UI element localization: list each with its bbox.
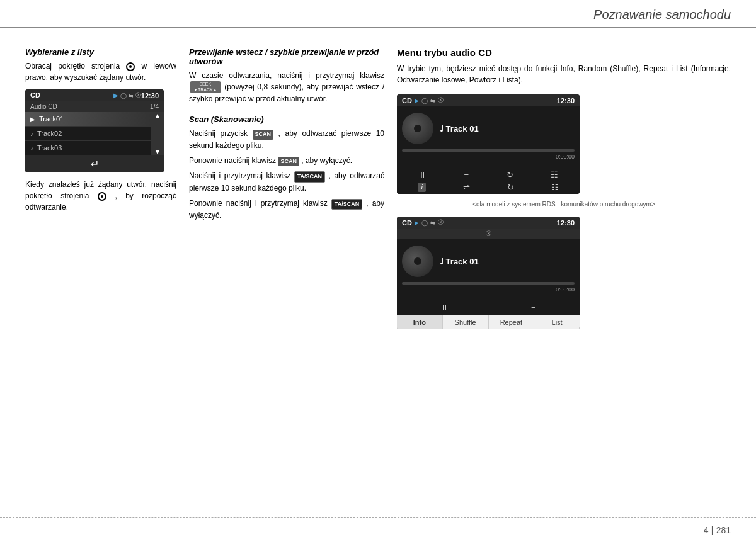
cd-scrollbar: ▲ ▼ — [151, 112, 164, 155]
cd-controls2: ⏸ − — [397, 299, 580, 315]
left-para1: Obracaj pokrętło strojenia w lewo/w praw… — [25, 60, 176, 83]
circle-icon: ◯ — [120, 93, 127, 99]
middle-para5: Ponownie naciśnij i przytrzymaj klawisz … — [189, 198, 384, 222]
menu-item-repeat[interactable]: Repeat — [489, 315, 535, 329]
cd-track-info1: ♩ Track 01 — [440, 124, 575, 133]
cd-menu-bar: Info Shuffle Repeat List — [397, 315, 580, 329]
list-button[interactable]: ☷ — [551, 170, 558, 179]
bluetooth-icon: ▶ — [113, 92, 118, 99]
page-footer: 4 | 281 — [0, 517, 756, 542]
cd-player-screen2-header: CD ▶ ◯ ⇆ Ⓧ 12:30 — [397, 217, 580, 229]
list-item[interactable]: ♪ Track03 — [25, 141, 151, 155]
cd-time: 12:30 — [141, 92, 159, 99]
cd-player-header-left: CD ▶ ◯ ⇆ Ⓧ — [402, 96, 444, 104]
cd-track-info2: ♩ Track 01 — [440, 257, 575, 266]
back-icon[interactable]: ↵ — [91, 158, 99, 170]
cd-list-bar: Audio CD 1/4 — [25, 101, 164, 112]
bluetooth-icon-player2: ▶ — [415, 220, 419, 226]
minus-button2[interactable]: − — [531, 303, 536, 312]
pause-button[interactable]: ⏸ — [418, 170, 427, 179]
repeat-button[interactable]: ↻ — [507, 170, 513, 179]
cd-player2-header-left: CD ▶ ◯ ⇆ Ⓧ — [402, 218, 444, 227]
arrows-icon: ⇆ — [129, 93, 134, 99]
cd-player-screen2: CD ▶ ◯ ⇆ Ⓧ 12:30 Ⓧ ♩ Track 01 — [397, 217, 580, 329]
cd-time-display1: 0:00:00 — [402, 154, 575, 160]
track-name: Track03 — [37, 144, 62, 152]
middle-para3: Ponownie naciśnij klawisz SCAN , aby wył… — [189, 155, 384, 167]
middle-para1: W czasie odtwarzania, naciśnij i przytrz… — [189, 70, 384, 104]
cd-status-icons: ▶ ◯ ⇆ Ⓧ — [113, 91, 141, 99]
left-section-title: Wybieranie z listy — [25, 47, 176, 57]
tuner-icon — [126, 62, 135, 71]
cd-player-track-area2: ♩ Track 01 — [402, 246, 575, 277]
scan-button-label-2: SCAN — [278, 157, 299, 167]
middle-section2-title: Scan (Skanowanie) — [189, 115, 384, 124]
middle-section1-title: Przewijanie wstecz / szybkie przewijanie… — [189, 47, 384, 66]
cd-progress-bar1 — [402, 149, 575, 152]
circle-icon-player: ◯ — [421, 98, 428, 104]
middle-para4: Naciśnij i przytrzymaj klawisz TA/SCAN ,… — [189, 170, 384, 194]
scroll-up-icon[interactable]: ▲ — [154, 112, 161, 120]
cd-icon-player: Ⓧ — [438, 96, 444, 104]
right-column: Menu trybu audio CD W trybie tym, będzie… — [397, 47, 731, 336]
track-name: Track01 — [39, 115, 64, 123]
page-num: 281 — [716, 525, 731, 535]
info-icon[interactable]: i — [418, 183, 425, 192]
cd-track-name1: ♩ Track 01 — [440, 124, 575, 133]
menu-item-info[interactable]: Info — [397, 315, 443, 329]
tascan-button-label: TA/SCAN — [294, 171, 325, 183]
cd-player-track-area1: ♩ Track 01 — [402, 113, 575, 144]
cd-track-list: ▶ Track01 ♪ Track02 ♪ Track03 — [25, 112, 151, 155]
cd-back-bar: ↵ — [25, 155, 164, 172]
pause-button2[interactable]: ⏸ — [440, 303, 449, 312]
left-para2: Kiedy znalazłeś już żądany utwór, naciśn… — [25, 179, 176, 213]
main-content: Wybieranie z listy Obracaj pokrętło stro… — [0, 28, 756, 348]
cd-track-name2: ♩ Track 01 — [440, 257, 575, 266]
track-name: Track02 — [37, 130, 62, 137]
scan-button-label: SCAN — [253, 130, 274, 140]
list-item[interactable]: ▶ Track01 — [25, 112, 151, 127]
cd-player-screen1: CD ▶ ◯ ⇆ Ⓧ 12:30 ♩ Track 01 — [397, 94, 580, 194]
cd-icon: Ⓧ — [135, 91, 141, 99]
list-item[interactable]: ♪ Track02 — [25, 127, 151, 141]
cd-screen-header: CD ▶ ◯ ⇆ Ⓧ 12:30 — [25, 89, 164, 101]
cd-album-art1 — [402, 113, 433, 144]
cd-bottom-icons1: i ⇌ ↻ ☷ — [397, 181, 580, 194]
tascan-button-label-2: TA/SCAN — [331, 199, 362, 210]
cd-extra-icon: Ⓧ — [486, 230, 491, 238]
list-lines-icon[interactable]: ☷ — [551, 183, 559, 192]
cd-icon-player2: Ⓧ — [438, 218, 444, 227]
scroll-down-icon[interactable]: ▼ — [154, 148, 161, 155]
menu-item-list[interactable]: List — [534, 315, 580, 329]
left-column: Wybieranie z listy Obracaj pokrętło stro… — [25, 47, 176, 336]
repeat-arrow-icon[interactable]: ↻ — [507, 183, 514, 192]
page-section: 4 — [704, 525, 709, 535]
cd-extra-icon-row: Ⓧ — [397, 229, 580, 239]
page-title: Poznawanie samochodu — [593, 8, 731, 22]
cd-player-screen1-header: CD ▶ ◯ ⇆ Ⓧ 12:30 — [397, 94, 580, 106]
cd-player-content1: ♩ Track 01 0:00:00 — [397, 106, 580, 166]
cd-screen1-caption: <dla modeli z systemem RDS - komunikatów… — [397, 200, 731, 209]
note-icon: ♪ — [30, 130, 33, 137]
cd-header-left: CD ▶ ◯ ⇆ Ⓧ — [30, 91, 141, 99]
minus-button[interactable]: − — [464, 170, 469, 179]
right-section-title: Menu trybu audio CD — [397, 47, 731, 58]
right-para1: W trybie tym, będziesz mieć dostęp do fu… — [397, 63, 731, 86]
menu-item-shuffle[interactable]: Shuffle — [443, 315, 489, 329]
middle-column: Przewijanie wstecz / szybkie przewijanie… — [189, 47, 384, 336]
seek-label: SEEK ▼TRACK▲ — [190, 81, 220, 93]
cd-track-list-container: ▶ Track01 ♪ Track02 ♪ Track03 — [25, 112, 164, 155]
cd-player-content2: ♩ Track 01 0:00:00 — [397, 239, 580, 299]
cd-list-title: Audio CD — [30, 103, 57, 110]
cd-label: CD — [30, 91, 40, 99]
arrows-icon-player: ⇆ — [430, 98, 435, 104]
page-header: Poznawanie samochodu — [0, 0, 756, 28]
middle-para2: Naciśnij przycisk SCAN , aby odtwarzać p… — [189, 128, 384, 151]
shuffle-icon[interactable]: ⇌ — [463, 183, 470, 192]
cd-album-art2 — [402, 246, 433, 277]
cd-progress-bar2 — [402, 282, 575, 285]
cd-controls1: ⏸ − ↻ ☷ — [397, 166, 580, 181]
cd-player-time: 12:30 — [557, 97, 575, 104]
cd-screen-list: CD ▶ ◯ ⇆ Ⓧ 12:30 Audio CD 1/4 — [25, 89, 164, 172]
page-divider: | — [711, 524, 713, 536]
